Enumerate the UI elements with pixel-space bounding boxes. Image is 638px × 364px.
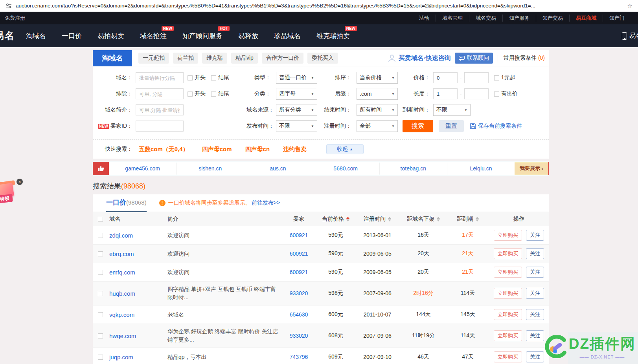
showcase-cta-button[interactable]: 我要展示›: [515, 162, 548, 175]
featured-domain-link[interactable]: totebag.cn: [379, 162, 447, 175]
auction-tab-pill[interactable]: 合作方一口价: [262, 53, 303, 64]
domain-link[interactable]: hwqe.com: [109, 333, 136, 339]
row-checkbox[interactable]: [98, 312, 103, 317]
ename-logo[interactable]: 易名: [0, 29, 26, 42]
domain-filter-input[interactable]: [136, 72, 184, 83]
nav-item[interactable]: 易释放: [238, 31, 258, 40]
row-checkbox[interactable]: [98, 355, 103, 360]
buy-now-button[interactable]: 立即购买: [494, 309, 522, 320]
featured-domain-link[interactable]: sishen.cn: [176, 162, 244, 175]
row-checkbox[interactable]: [98, 333, 103, 338]
exclude-prefix-checkbox[interactable]: 开头: [188, 90, 206, 97]
follow-button[interactable]: 关注: [526, 230, 544, 241]
follow-button[interactable]: 关注: [526, 351, 544, 362]
column-header[interactable]: 距到期: [447, 216, 489, 223]
search-button[interactable]: 搜索: [403, 120, 433, 132]
quick-search-link[interactable]: 违约售卖: [283, 146, 307, 153]
domain-link[interactable]: zdqi.com: [109, 232, 133, 239]
nav-item[interactable]: 维克瑞拍卖NEW: [316, 31, 350, 40]
publish-time-select[interactable]: 不限▼: [276, 120, 317, 132]
featured-domain-link[interactable]: Leiqiu.cn: [447, 162, 515, 175]
featured-domain-link[interactable]: game456.com: [109, 162, 176, 175]
has-bid-checkbox[interactable]: 有出价: [494, 90, 518, 97]
auction-tab-pill[interactable]: 精品vip: [231, 53, 258, 64]
topbar-link[interactable]: 知产交易: [536, 15, 569, 22]
quick-search-link[interactable]: 五数com（无0,4）: [139, 146, 189, 153]
featured-domain-link[interactable]: aus.cn: [244, 162, 311, 175]
suffix-select[interactable]: .com▼: [357, 88, 398, 100]
reset-button[interactable]: 重置: [439, 120, 464, 132]
column-header[interactable]: 距域名下架: [400, 216, 447, 223]
row-checkbox[interactable]: [98, 251, 103, 256]
from-1yuan-checkbox[interactable]: 1元起: [494, 74, 515, 81]
row-checkbox[interactable]: [98, 270, 103, 275]
close-icon[interactable]: ×: [17, 179, 23, 185]
endtime-select[interactable]: 所有时间▼: [357, 104, 398, 116]
seller-link[interactable]: 600921: [290, 251, 308, 257]
buy-now-button[interactable]: 立即购买: [494, 330, 522, 341]
nav-item[interactable]: 域名抢注NEW: [140, 31, 167, 40]
nav-item[interactable]: 珍品域名: [274, 31, 301, 40]
auction-tab-pill[interactable]: 荷兰拍: [173, 53, 198, 64]
nav-item[interactable]: 知产顾问服务HOT: [182, 31, 222, 40]
free-register-link[interactable]: 免费注册: [5, 15, 25, 22]
buy-now-button[interactable]: 立即购买: [494, 351, 522, 362]
row-checkbox[interactable]: [98, 233, 103, 238]
seller-link[interactable]: 600921: [290, 232, 308, 238]
seller-link[interactable]: 743796: [290, 354, 308, 360]
auction-tab-pill[interactable]: 维克瑞: [202, 53, 227, 64]
featured-domain-link[interactable]: 5680.com: [312, 162, 379, 175]
go-publish-link[interactable]: 前往发布>>: [252, 199, 280, 207]
nav-item[interactable]: 易拍易卖: [97, 31, 124, 40]
length-to-input[interactable]: [464, 88, 489, 99]
follow-button[interactable]: 关注: [526, 288, 544, 299]
topbar-link[interactable]: 域名管理: [436, 15, 469, 22]
seller-id-input[interactable]: [136, 121, 184, 132]
regtime-select[interactable]: 全部▼: [357, 120, 398, 132]
url-text[interactable]: auction.ename.com/tao?isReserve=0&domain…: [16, 3, 623, 9]
save-search-link[interactable]: 保存当前搜索条件: [470, 123, 522, 130]
follow-button[interactable]: 关注: [526, 267, 544, 278]
domain-prefix-checkbox[interactable]: 开头: [188, 74, 206, 81]
topbar-link[interactable]: 知产门: [603, 15, 631, 22]
buy-now-button[interactable]: 立即购买: [494, 288, 522, 299]
seller-link[interactable]: 654630: [290, 311, 308, 318]
buy-now-button[interactable]: 立即购买: [494, 230, 522, 241]
seller-link[interactable]: 600921: [290, 269, 308, 275]
sort-select[interactable]: 当前价格▼: [357, 72, 398, 84]
saved-search-conditions[interactable]: 常用搜索条件 (0): [498, 55, 545, 62]
follow-button[interactable]: 关注: [526, 309, 544, 320]
topbar-link[interactable]: 域名交易: [469, 15, 502, 22]
seller-link[interactable]: 933020: [290, 290, 308, 296]
price-to-input[interactable]: [464, 72, 489, 83]
buy-now-button[interactable]: 立即购买: [494, 248, 522, 259]
nav-app-link[interactable]: 易名: [622, 32, 638, 40]
expire-select[interactable]: 不限▼: [433, 104, 471, 116]
nav-item[interactable]: 淘域名: [26, 31, 46, 40]
auction-tab-pill[interactable]: 一元起拍: [138, 53, 169, 64]
domain-link[interactable]: ebrq.com: [109, 251, 134, 257]
follow-button[interactable]: 关注: [526, 330, 544, 341]
quick-search-link[interactable]: 四声母cn: [245, 146, 270, 153]
length-from-input[interactable]: [433, 88, 458, 99]
category-select[interactable]: 四字母▼: [276, 88, 317, 100]
nav-item[interactable]: 一口价: [62, 31, 82, 40]
domain-link[interactable]: huqb.com: [109, 290, 135, 297]
domain-link[interactable]: juqp.com: [109, 354, 133, 360]
domain-link[interactable]: emfq.com: [109, 269, 135, 276]
follow-button[interactable]: 关注: [526, 248, 544, 259]
site-settings-icon[interactable]: [6, 3, 12, 9]
auction-tab-pill[interactable]: 委托买入: [307, 53, 338, 64]
column-header[interactable]: 注册时间: [355, 216, 400, 223]
select-all-checkbox[interactable]: [98, 217, 103, 222]
quick-search-link[interactable]: 四声母com: [202, 146, 232, 153]
column-header[interactable]: 当前价格: [317, 216, 355, 223]
collapse-button[interactable]: 收起▲: [326, 144, 364, 154]
contact-advisor-button[interactable]: 联系顾问: [455, 53, 493, 64]
topbar-link[interactable]: 活动: [413, 15, 436, 22]
topbar-link[interactable]: 知产服务: [502, 15, 536, 22]
tab-buy-now[interactable]: 一口价(98068): [106, 194, 147, 212]
domain-suffix-checkbox[interactable]: 结尾: [211, 74, 229, 81]
source-select[interactable]: 所有分类▼: [276, 104, 317, 116]
topbar-link[interactable]: 易豆商城: [569, 15, 603, 22]
